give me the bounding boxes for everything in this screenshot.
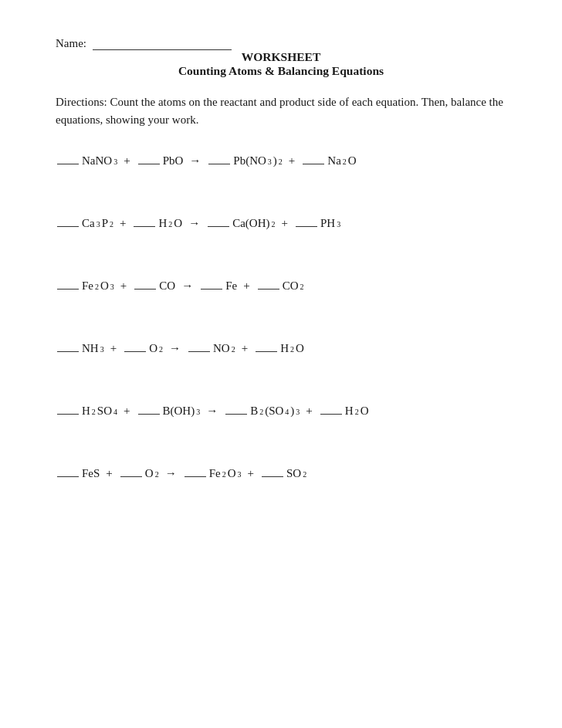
coefficient-blank[interactable] xyxy=(124,351,146,352)
chem-text: Fe xyxy=(82,278,93,294)
chem-text: O xyxy=(296,340,304,357)
chem-text: CO xyxy=(159,278,175,294)
subscript: 3 xyxy=(96,219,100,230)
title-block: WORKSHEET Counting Atoms & Balancing Equ… xyxy=(56,50,506,78)
reaction-arrow: → xyxy=(206,403,218,419)
subscript: 2 xyxy=(168,219,172,230)
subscript: 2 xyxy=(222,469,226,480)
equations-container: NaNO3+PbO→Pb(NO3)2+Na2OCa3P2+H2O→Ca(OH)2… xyxy=(56,153,506,482)
coefficient-blank[interactable] xyxy=(296,226,317,227)
subscript: 4 xyxy=(113,407,117,418)
coefficient-blank[interactable] xyxy=(138,414,160,415)
coefficient-blank[interactable] xyxy=(262,476,283,477)
subscript: 3 xyxy=(296,407,300,418)
subscript: 2 xyxy=(300,282,303,293)
reaction-arrow: → xyxy=(165,466,177,482)
plus-sign: + xyxy=(106,466,112,482)
name-label: Name: xyxy=(56,37,86,49)
equation-block: H2SO4+B(OH)3→B2(SO4)3+H2O xyxy=(56,403,506,419)
coefficient-blank[interactable] xyxy=(303,164,324,164)
equation-line-eq3: Fe2O3+CO→Fe+CO2 xyxy=(56,278,506,294)
plus-sign: + xyxy=(124,153,130,169)
worksheet-title: WORKSHEET xyxy=(56,50,506,64)
coefficient-blank[interactable] xyxy=(258,289,279,290)
coefficient-blank[interactable] xyxy=(185,476,206,477)
subscript: 3 xyxy=(113,157,117,168)
subscript: 2 xyxy=(279,157,283,168)
chem-text: Fe xyxy=(209,466,221,482)
equation-block: Ca3P2+H2O→Ca(OH)2+PH3 xyxy=(56,215,506,232)
coefficient-blank[interactable] xyxy=(208,226,229,227)
directions-text: Directions: Count the atoms on the react… xyxy=(56,93,506,128)
plus-sign: + xyxy=(306,403,312,419)
plus-sign: + xyxy=(289,153,295,169)
chem-text: H xyxy=(82,403,90,419)
chem-text: O xyxy=(361,403,369,419)
subscript: 2 xyxy=(343,157,347,168)
equation-block: NH3+O2→NO2+H2O xyxy=(56,340,506,357)
coefficient-blank[interactable] xyxy=(57,476,79,477)
chem-text: Ca xyxy=(82,215,95,232)
subscript: 3 xyxy=(100,344,104,355)
chem-text: H xyxy=(345,403,354,419)
coefficient-blank[interactable] xyxy=(188,351,210,352)
equation-line-eq5: H2SO4+B(OH)3→B2(SO4)3+H2O xyxy=(56,403,506,419)
coefficient-blank[interactable] xyxy=(57,289,79,290)
coefficient-blank[interactable] xyxy=(57,226,79,227)
subscript: 4 xyxy=(285,407,289,418)
subscript: 3 xyxy=(196,407,200,418)
chem-text: ) xyxy=(273,153,277,169)
equation-block: NaNO3+PbO→Pb(NO3)2+Na2O xyxy=(56,153,506,169)
plus-sign: + xyxy=(124,403,130,419)
equation-line-eq6: FeS+O2→Fe2O3+SO2 xyxy=(56,466,506,482)
subscript: 2 xyxy=(355,407,359,418)
chem-text: NO xyxy=(213,340,230,357)
chem-text: H xyxy=(280,340,289,357)
reaction-arrow: → xyxy=(181,278,193,294)
reaction-arrow: → xyxy=(189,153,201,169)
chem-text: ) xyxy=(290,403,294,419)
plus-sign: + xyxy=(120,278,127,294)
subscript: 2 xyxy=(303,469,306,480)
coefficient-blank[interactable] xyxy=(134,226,155,227)
plus-sign: + xyxy=(242,340,248,357)
chem-text: FeS xyxy=(82,466,100,482)
equation-block: FeS+O2→Fe2O3+SO2 xyxy=(56,466,506,482)
subscript: 3 xyxy=(268,157,272,168)
plus-sign: + xyxy=(120,215,126,232)
plus-sign: + xyxy=(282,215,288,232)
coefficient-blank[interactable] xyxy=(134,289,156,290)
name-underline[interactable] xyxy=(93,49,232,50)
subscript: 2 xyxy=(159,344,163,355)
chem-text: O xyxy=(348,153,357,169)
chem-text: PH xyxy=(320,215,335,232)
subscript: 3 xyxy=(337,219,340,230)
equation-line-eq4: NH3+O2→NO2+H2O xyxy=(56,340,506,357)
chem-text: O xyxy=(228,466,236,482)
coefficient-blank[interactable] xyxy=(208,164,230,164)
chem-text: P xyxy=(102,215,108,232)
coefficient-blank[interactable] xyxy=(57,414,79,415)
coefficient-blank[interactable] xyxy=(256,351,277,352)
chem-text: SO xyxy=(97,403,112,419)
subscript: 2 xyxy=(232,344,235,355)
plus-sign: + xyxy=(243,278,249,294)
coefficient-blank[interactable] xyxy=(120,476,142,477)
subscript: 2 xyxy=(92,407,96,418)
coefficient-blank[interactable] xyxy=(320,414,342,415)
coefficient-blank[interactable] xyxy=(138,164,160,164)
chem-text: (SO xyxy=(265,403,283,419)
coefficient-blank[interactable] xyxy=(225,414,247,415)
name-row: Name: xyxy=(56,37,506,50)
coefficient-blank[interactable] xyxy=(57,351,79,352)
subscript: 2 xyxy=(155,469,159,480)
subscript: 2 xyxy=(95,282,99,293)
chem-text: Na xyxy=(327,153,341,169)
chem-text: CO xyxy=(283,278,299,294)
coefficient-blank[interactable] xyxy=(201,289,222,290)
reaction-arrow: → xyxy=(169,340,181,357)
subscript: 2 xyxy=(290,344,294,355)
coefficient-blank[interactable] xyxy=(57,164,79,164)
chem-text: O xyxy=(174,215,182,232)
chem-text: O xyxy=(149,340,157,357)
